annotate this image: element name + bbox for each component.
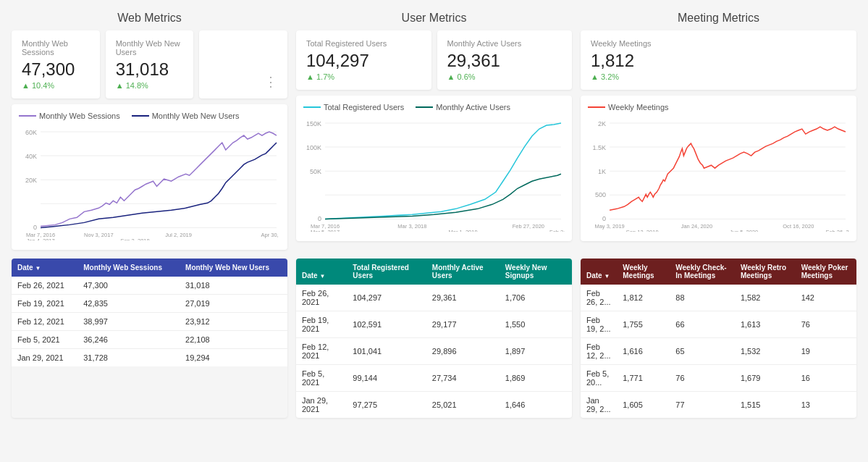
meeting-chart: 2K 1.5K 1K 500 0 May 3, 2019 Jan 24, 202… [588, 116, 849, 232]
svg-text:Feb 27, 2020: Feb 27, 2020 [513, 223, 544, 230]
meeting-th-weekly: Weekly Meetings [617, 259, 670, 285]
meeting-th-checkin: Weekly Check-In Meetings [670, 259, 735, 285]
svg-text:50K: 50K [310, 168, 321, 175]
web-th-date[interactable]: Date ▼ [12, 259, 77, 277]
user-active-2: 29,177 [426, 311, 500, 338]
user-legend-total-label: Total Registered Users [324, 103, 404, 112]
web-more-card[interactable]: ⋮ [199, 30, 287, 98]
user-legend-total-line [303, 106, 321, 108]
web-sessions-5: 31,728 [77, 349, 180, 367]
meeting-retro-1: 1,582 [735, 285, 796, 311]
user-chart-legend: Total Registered Users Monthly Active Us… [303, 103, 565, 112]
svg-text:Nov 3, 2017: Nov 3, 2017 [84, 232, 114, 238]
meeting-date-2: Feb 19, 2... [581, 311, 617, 338]
meeting-poker-3: 19 [796, 338, 856, 365]
user-date-5: Jan 29, 2021 [296, 392, 347, 419]
web-sessions-card: Monthly Web Sessions 47,300 10.4% [12, 30, 100, 98]
total-registered-change: 1.7% [306, 72, 421, 81]
table-row: Jan 29, 2021 31,728 19,294 [12, 349, 287, 367]
tables-row: Date ▼ Monthly Web Sessions Monthly Web … [12, 259, 856, 418]
web-date-3: Feb 12, 2021 [12, 313, 77, 331]
user-date-3: Feb 12, 2021 [296, 338, 347, 365]
meeting-retro-3: 1,532 [735, 338, 796, 365]
svg-text:0: 0 [33, 224, 37, 231]
meeting-poker-5: 13 [796, 392, 856, 419]
meeting-poker-4: 16 [796, 365, 856, 392]
monthly-active-card: Monthly Active Users 29,361 0.6% [437, 30, 573, 90]
weekly-meetings-label: Weekly Meetings [591, 39, 846, 48]
meeting-retro-2: 1,613 [735, 311, 796, 338]
user-table-header: Date ▼ Total Registered Users Monthly Ac… [296, 259, 572, 285]
meeting-checkin-1: 88 [670, 285, 735, 311]
meeting-weekly-1: 1,812 [617, 285, 670, 311]
svg-text:2K: 2K [598, 120, 606, 127]
web-sessions-2: 42,835 [77, 295, 180, 313]
svg-text:100K: 100K [306, 144, 321, 151]
table-row: Jan 29, 2... 1,605 77 1,515 13 [581, 392, 856, 419]
meeting-date-5: Jan 29, 2... [581, 392, 617, 419]
web-metric-cards: Monthly Web Sessions 47,300 10.4% Monthl… [12, 30, 287, 98]
meeting-table-body: Feb 26, 2... 1,812 88 1,582 142 Feb 19, … [581, 285, 856, 418]
user-total-4: 99,144 [347, 365, 426, 392]
svg-text:Mar 1, 2019: Mar 1, 2019 [449, 229, 478, 232]
web-sessions-change: 10.4% [22, 81, 90, 90]
user-table-body: Feb 26, 2021 104,297 29,361 1,706 Feb 19… [296, 285, 572, 418]
web-legend-sessions-label: Monthly Web Sessions [39, 112, 120, 120]
user-th-total: Total Registered Users [347, 259, 426, 285]
meeting-date-sort-icon: ▼ [604, 273, 610, 280]
user-table: Date ▼ Total Registered Users Monthly Ac… [296, 259, 572, 418]
user-total-1: 104,297 [347, 285, 426, 311]
meeting-th-poker: Weekly Poker Meetings [796, 259, 856, 285]
meeting-table-header: Date ▼ Weekly Meetings Weekly Check-In M… [581, 259, 856, 285]
meeting-metric-cards: Weekly Meetings 1,812 3.2% [581, 30, 856, 90]
user-date-2: Feb 19, 2021 [296, 311, 347, 338]
meeting-date-3: Feb 12, 2... [581, 338, 617, 365]
meeting-checkin-4: 76 [670, 365, 735, 392]
svg-text:Mar 3, 2018: Mar 3, 2018 [397, 223, 426, 230]
meeting-th-date[interactable]: Date ▼ [581, 259, 617, 285]
table-row: Feb 12, 2021 38,997 23,912 [12, 313, 287, 331]
web-legend-new-users-label: Monthly Web New Users [152, 112, 240, 120]
svg-text:May 3, 2019: May 3, 2019 [594, 223, 624, 230]
web-new-users-label: Monthly Web New Users [116, 39, 184, 56]
meeting-metrics-title: Meeting Metrics [581, 12, 856, 25]
web-sessions-value: 47,300 [22, 59, 90, 80]
svg-text:60K: 60K [25, 129, 37, 136]
meeting-th-retro: Weekly Retro Meetings [735, 259, 796, 285]
web-new-users-5: 19,294 [180, 349, 287, 367]
user-total-5: 97,275 [347, 392, 426, 419]
svg-text:0: 0 [602, 215, 606, 222]
web-legend-new-users: Monthly Web New Users [132, 112, 240, 120]
web-table-header: Date ▼ Monthly Web Sessions Monthly Web … [12, 259, 287, 277]
monthly-active-change: 0.6% [447, 72, 562, 81]
meeting-chart-legend: Weekly Meetings [588, 103, 849, 112]
user-table-wrapper: Date ▼ Total Registered Users Monthly Ac… [296, 259, 572, 418]
web-new-users-card: Monthly Web New Users 31,018 14.8% [106, 30, 194, 98]
svg-text:40K: 40K [25, 153, 37, 160]
user-signups-5: 1,646 [500, 392, 572, 419]
user-th-date[interactable]: Date ▼ [296, 259, 347, 285]
svg-text:Sep 13, 2019: Sep 13, 2019 [626, 229, 659, 232]
svg-text:Mar 5, 2017: Mar 5, 2017 [311, 229, 340, 232]
web-new-users-4: 22,108 [180, 331, 287, 349]
web-legend-new-users-line [132, 115, 149, 117]
meeting-weekly-2: 1,755 [617, 311, 670, 338]
meeting-legend-weekly: Weekly Meetings [588, 103, 669, 112]
user-active-4: 27,734 [426, 365, 500, 392]
meeting-metrics-section: Meeting Metrics Weekly Meetings 1,812 3.… [581, 12, 856, 250]
weekly-meetings-change: 3.2% [591, 72, 846, 81]
svg-text:Jan 4, 2017: Jan 4, 2017 [26, 238, 54, 240]
dashboard: Web Metrics Monthly Web Sessions 47,300 … [0, 0, 868, 429]
table-row: Feb 19, 2... 1,755 66 1,613 76 [581, 311, 856, 338]
svg-text:Oct 16, 2020: Oct 16, 2020 [783, 223, 814, 230]
meeting-chart-area: Weekly Meetings 2K 1.5K 1K 500 0 [581, 96, 856, 241]
web-new-users-1: 31,018 [180, 277, 287, 295]
user-legend-total: Total Registered Users [303, 103, 404, 112]
user-metric-cards: Total Registered Users 104,297 1.7% Mont… [296, 30, 572, 90]
meeting-poker-1: 142 [796, 285, 856, 311]
user-date-1: Feb 26, 2021 [296, 285, 347, 311]
date-sort-icon: ▼ [35, 265, 41, 272]
table-row: Feb 5, 2021 99,144 27,734 1,869 [296, 365, 572, 392]
web-more-dots[interactable]: ⋮ [264, 74, 277, 90]
web-table-wrapper: Date ▼ Monthly Web Sessions Monthly Web … [12, 259, 287, 418]
